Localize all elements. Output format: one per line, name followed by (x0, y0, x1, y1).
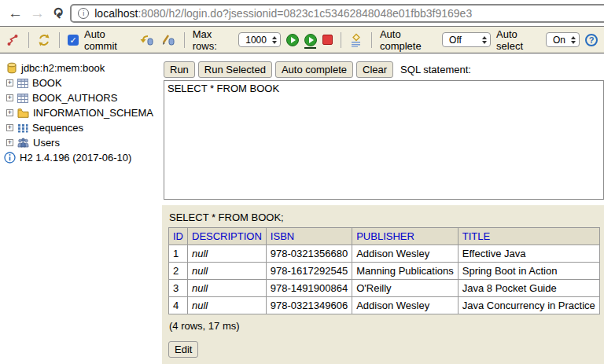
auto-complete-label: Auto complete (380, 28, 436, 52)
expand-plus-icon[interactable]: + (6, 79, 13, 86)
max-rows-label: Max rows: (193, 28, 233, 52)
folder-icon (17, 108, 29, 118)
stepper-icon (571, 36, 576, 44)
tree-item-label: Sequences (32, 122, 83, 134)
clear-button[interactable]: Clear (356, 61, 393, 78)
back-icon[interactable]: ← (8, 6, 23, 20)
sql-input[interactable]: SELECT * FROM BOOK (164, 80, 604, 200)
auto-complete-select[interactable]: Off (442, 32, 491, 47)
run-selected-icon[interactable] (304, 34, 317, 46)
users-icon (17, 138, 29, 148)
table-row[interactable]: 1 null 978-0321356680 Addison Wesley Eff… (169, 245, 600, 263)
expand-plus-icon[interactable]: + (6, 109, 13, 116)
autocomplete-icon[interactable] (349, 33, 363, 47)
tree-item-sequences[interactable]: + Sequences (0, 120, 162, 135)
url-bar[interactable]: i localhost:8080/h2/login.do?jsessionid=… (70, 4, 604, 23)
tree-item-users[interactable]: + Users (0, 135, 162, 150)
run-selected-button[interactable]: Run Selected (198, 61, 272, 78)
cell-isbn: 978-1491900864 (266, 280, 352, 297)
toolbar-separator (59, 32, 60, 48)
commit-icon[interactable] (139, 33, 155, 47)
column-header[interactable]: ID (169, 228, 188, 245)
result-header-row: ID DESCRIPTION ISBN PUBLISHER TITLE (169, 228, 600, 245)
column-header[interactable]: DESCRIPTION (188, 228, 267, 245)
page-info-icon[interactable]: i (78, 8, 89, 19)
table-icon (17, 79, 28, 88)
rollback-icon[interactable] (160, 33, 176, 47)
h2-toolbar: ✓ Auto commit Max rows: 1000 (0, 27, 604, 53)
cell-title: Java 8 Pocket Guide (458, 280, 599, 297)
cell-description: null (188, 280, 267, 297)
auto-commit-checkbox[interactable]: ✓ (68, 35, 79, 46)
tree-item-label: INFORMATION_SCHEMA (33, 107, 153, 119)
reload-icon[interactable]: ⟳ (50, 7, 66, 18)
h2-version-info: H2 1.4.196 (2017-06-10) (0, 150, 162, 165)
edit-button[interactable]: Edit (168, 341, 198, 358)
stop-icon[interactable] (322, 35, 333, 45)
main-pane: Run Run Selected Auto complete Clear SQL… (162, 54, 604, 364)
refresh-icon[interactable] (37, 33, 51, 47)
url-host: localhost (94, 7, 138, 20)
help-icon[interactable]: ? (585, 34, 598, 46)
sequences-icon (17, 123, 28, 133)
cell-description: null (188, 245, 267, 263)
toolbar-separator (371, 32, 372, 48)
auto-select-label: Auto select (496, 28, 540, 52)
tree-item-book-authors[interactable]: + BOOK_AUTHORS (0, 90, 162, 105)
database-tree-sidebar: jdbc:h2:mem:book + BOOK + (0, 54, 162, 364)
result-table: ID DESCRIPTION ISBN PUBLISHER TITLE 1 nu… (168, 227, 600, 314)
cell-description: null (188, 297, 267, 314)
cell-isbn: 978-1617292545 (266, 263, 352, 280)
result-pane: SELECT * FROM BOOK; ID DESCRIPTION ISBN … (162, 205, 604, 364)
run-icon[interactable] (286, 34, 299, 46)
tree-item-book[interactable]: + BOOK (0, 75, 162, 90)
column-header[interactable]: ISBN (266, 228, 352, 245)
expand-plus-icon[interactable]: + (6, 94, 13, 101)
auto-complete-value: Off (449, 35, 462, 46)
column-header[interactable]: TITLE (458, 228, 599, 245)
cell-id: 3 (169, 280, 188, 297)
max-rows-value: 1000 (245, 35, 267, 46)
cell-publisher: O'Reilly (352, 280, 459, 297)
cell-id: 2 (169, 263, 188, 280)
column-header[interactable]: PUBLISHER (352, 228, 459, 245)
expand-plus-icon[interactable]: + (6, 124, 13, 131)
auto-select-select[interactable]: On (546, 32, 580, 47)
query-button-row: Run Run Selected Auto complete Clear SQL… (164, 61, 604, 78)
max-rows-select[interactable]: 1000 (238, 32, 281, 47)
cell-title: Spring Boot in Action (458, 263, 599, 280)
sql-statement-label: SQL statement: (400, 64, 471, 75)
version-label: H2 1.4.196 (2017-06-10) (20, 152, 131, 164)
database-icon (6, 62, 17, 74)
tree-item-label: BOOK (32, 77, 62, 89)
tree-item-information-schema[interactable]: + INFORMATION_SCHEMA (0, 105, 162, 120)
cell-publisher: Addison Wesley (352, 297, 459, 314)
table-row[interactable]: 3 null 978-1491900864 O'Reilly Java 8 Po… (169, 280, 600, 297)
toolbar-separator (28, 32, 29, 48)
content-area: jdbc:h2:mem:book + BOOK + (0, 54, 604, 364)
disconnect-icon[interactable] (6, 33, 20, 47)
table-row[interactable]: 4 null 978-0321349606 Addison Wesley Jav… (169, 297, 600, 314)
cell-title: Java Concurrency in Practice (458, 297, 599, 314)
stepper-icon (482, 36, 487, 44)
cell-publisher: Manning Publications (352, 263, 459, 280)
query-pane: Run Run Selected Auto complete Clear SQL… (162, 54, 604, 200)
h2-console-screen: ← → ⟳ i localhost:8080/h2/login.do?jsess… (0, 0, 604, 364)
auto-complete-button[interactable]: Auto complete (275, 61, 353, 78)
cell-id: 4 (169, 297, 188, 314)
tree-item-label: Users (33, 137, 60, 149)
browser-chrome: ← → ⟳ i localhost:8080/h2/login.do?jsess… (0, 0, 604, 27)
cell-description: null (188, 263, 267, 280)
table-row[interactable]: 2 null 978-1617292545 Manning Publicatio… (169, 263, 600, 280)
url-text[interactable]: localhost:8080/h2/login.do?jsessionid=08… (94, 7, 472, 20)
stepper-icon (272, 36, 277, 44)
toolbar-separator (341, 32, 341, 48)
cell-publisher: Addison Wesley (352, 245, 459, 263)
tree-item-connection[interactable]: jdbc:h2:mem:book (0, 61, 162, 75)
auto-commit-label: Auto commit (84, 28, 134, 52)
expand-plus-icon[interactable]: + (6, 139, 13, 146)
run-button[interactable]: Run (164, 61, 195, 78)
table-icon (17, 94, 28, 103)
executed-query-text: SELECT * FROM BOOK; (169, 211, 600, 223)
cell-title: Effective Java (458, 245, 599, 263)
